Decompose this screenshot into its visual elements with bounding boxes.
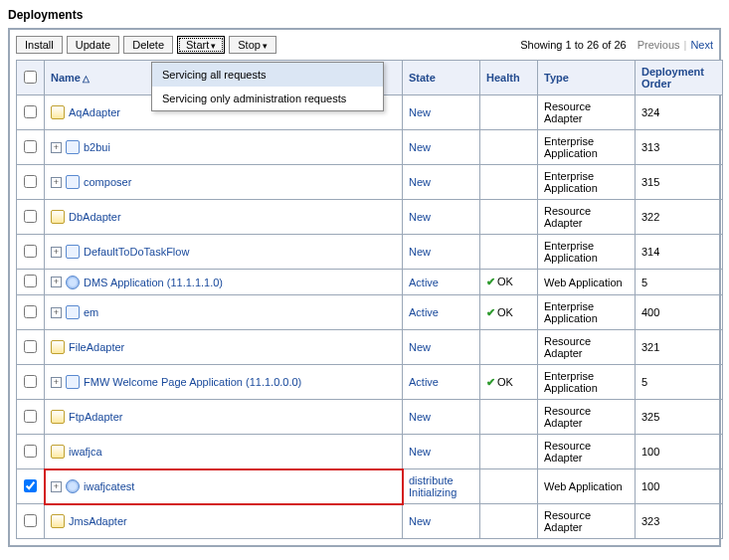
row-checkbox[interactable]: [24, 305, 37, 318]
deployment-link[interactable]: em: [84, 306, 98, 318]
deployment-link[interactable]: FtpAdapter: [69, 411, 122, 423]
deployment-link[interactable]: iwafjcatest: [84, 480, 134, 492]
row-type: Enterprise Application: [538, 165, 636, 200]
deployment-link[interactable]: composer: [84, 176, 131, 188]
row-checkbox-cell: [17, 235, 45, 270]
stop-button[interactable]: Stop▾: [229, 36, 276, 54]
state-link[interactable]: New: [409, 141, 431, 153]
row-name-cell: iwafjca: [45, 435, 403, 469]
row-order: 324: [636, 95, 723, 130]
state-link[interactable]: New: [409, 515, 431, 527]
column-order[interactable]: Deployment Order: [636, 61, 723, 95]
row-name-cell: FtpAdapter: [45, 400, 403, 435]
row-type: Enterprise Application: [538, 295, 636, 330]
row-type: Enterprise Application: [538, 365, 636, 400]
row-type: Resource Adapter: [538, 400, 636, 435]
update-button[interactable]: Update: [67, 36, 119, 54]
row-checkbox[interactable]: [24, 175, 37, 188]
row-checkbox-cell: [17, 200, 45, 235]
deployment-link[interactable]: FileAdapter: [69, 341, 124, 353]
state-link[interactable]: New: [409, 341, 431, 353]
expand-icon[interactable]: +: [51, 481, 62, 492]
table-row: +FMW Welcome Page Application (11.1.0.0.…: [17, 365, 723, 400]
column-state[interactable]: State: [403, 61, 480, 95]
toolbar: Install Update Delete Start▾ Stop▾ Showi…: [16, 36, 713, 54]
expand-icon[interactable]: +: [51, 277, 62, 287]
row-health: [480, 235, 538, 270]
deployment-link[interactable]: b2bui: [84, 141, 110, 153]
row-order: 323: [636, 504, 723, 539]
expand-icon[interactable]: +: [51, 142, 62, 153]
deployment-link[interactable]: DMS Application (11.1.1.1.0): [84, 277, 223, 288]
row-order: 325: [636, 400, 723, 435]
install-button[interactable]: Install: [16, 36, 63, 54]
pager-previous: Previous: [638, 39, 680, 51]
row-checkbox[interactable]: [24, 514, 37, 527]
row-checkbox[interactable]: [24, 410, 37, 423]
column-type[interactable]: Type: [538, 61, 636, 95]
state-link[interactable]: Active: [409, 277, 439, 288]
start-dropdown-menu: Servicing all requests Servicing only ad…: [151, 62, 384, 111]
menu-item-servicing-all[interactable]: Servicing all requests: [152, 63, 383, 87]
state-link[interactable]: New: [409, 446, 431, 458]
state-link[interactable]: Active: [409, 376, 439, 388]
enterprise-app-icon: [66, 305, 80, 319]
expand-icon[interactable]: +: [51, 177, 62, 188]
row-checkbox[interactable]: [24, 140, 37, 153]
row-checkbox[interactable]: [24, 275, 37, 287]
row-checkbox[interactable]: [24, 210, 37, 223]
chevron-down-icon: ▾: [263, 41, 268, 51]
expand-icon[interactable]: +: [51, 307, 62, 318]
health-ok-label: OK: [497, 376, 513, 388]
row-checkbox[interactable]: [24, 245, 37, 258]
state-link[interactable]: distribute Initializing: [409, 474, 456, 498]
row-checkbox-cell: [17, 469, 45, 504]
enterprise-app-icon: [66, 375, 80, 389]
row-name-cell: +DMS Application (11.1.1.1.0): [45, 270, 403, 295]
row-checkbox[interactable]: [24, 375, 37, 388]
deployment-link[interactable]: AqAdapter: [69, 106, 120, 118]
row-type: Resource Adapter: [538, 200, 636, 235]
start-button[interactable]: Start▾: [177, 36, 225, 54]
row-name-cell: +composer: [45, 165, 403, 200]
state-link[interactable]: New: [409, 411, 431, 423]
deployment-link[interactable]: JmsAdapter: [69, 515, 127, 527]
row-health: [480, 400, 538, 435]
menu-item-servicing-admin[interactable]: Servicing only administration requests: [152, 87, 383, 110]
row-checkbox[interactable]: [24, 479, 37, 492]
delete-button[interactable]: Delete: [123, 36, 173, 54]
health-ok-icon: ✔: [486, 306, 495, 318]
pager-next[interactable]: Next: [690, 39, 713, 51]
row-checkbox[interactable]: [24, 340, 37, 353]
deployment-link[interactable]: FMW Welcome Page Application (11.1.0.0.0…: [84, 376, 301, 388]
table-row: +DefaultToDoTaskFlowNewEnterprise Applic…: [17, 235, 723, 270]
state-link[interactable]: New: [409, 246, 431, 258]
expand-icon[interactable]: +: [51, 247, 62, 258]
row-order: 5: [636, 365, 723, 400]
row-type: Resource Adapter: [538, 435, 636, 469]
enterprise-app-icon: [66, 245, 80, 259]
state-link[interactable]: New: [409, 176, 431, 188]
expand-icon[interactable]: +: [51, 377, 62, 388]
row-health: [480, 200, 538, 235]
row-checkbox[interactable]: [24, 105, 37, 118]
deployment-link[interactable]: DbAdapter: [69, 211, 121, 223]
health-ok-label: OK: [497, 276, 513, 287]
row-order: 314: [636, 235, 723, 270]
deployment-link[interactable]: DefaultToDoTaskFlow: [84, 246, 189, 258]
enterprise-app-icon: [66, 140, 80, 154]
row-checkbox[interactable]: [24, 445, 37, 458]
deployments-table: Name△ State Health Type Deployment Order…: [16, 60, 723, 539]
select-all-checkbox[interactable]: [24, 71, 37, 84]
table-row: JmsAdapterNewResource Adapter323: [17, 504, 723, 539]
state-link[interactable]: Active: [409, 306, 439, 318]
select-all-header[interactable]: [17, 61, 45, 95]
state-link[interactable]: New: [409, 106, 431, 118]
resource-adapter-icon: [51, 445, 65, 459]
row-type: Resource Adapter: [538, 330, 636, 365]
column-health[interactable]: Health: [480, 61, 538, 95]
deployment-link[interactable]: iwafjca: [69, 446, 102, 458]
row-health: [480, 504, 538, 539]
state-link[interactable]: New: [409, 211, 431, 223]
row-name-cell: JmsAdapter: [45, 504, 403, 539]
